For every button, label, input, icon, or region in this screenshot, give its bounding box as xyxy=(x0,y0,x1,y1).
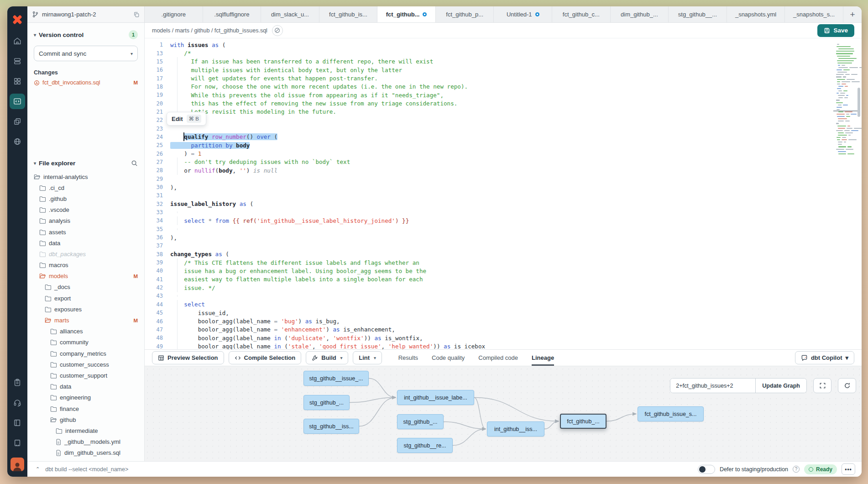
tab-untitled-1[interactable]: Untitled-1 xyxy=(494,6,552,22)
line-number[interactable]: 36 xyxy=(145,234,170,241)
file-explorer-header[interactable]: ▾ File explorer xyxy=(34,160,138,167)
tree-item-github[interactable]: github xyxy=(34,414,138,425)
code-line[interactable]: 45 issue_id, xyxy=(145,309,832,317)
new-tab-button[interactable]: + xyxy=(843,6,862,22)
code-line[interactable]: 42 issue. */ xyxy=(145,284,832,292)
copy-branch-icon[interactable] xyxy=(133,11,140,18)
line-number[interactable]: 38 xyxy=(145,251,170,258)
code-line[interactable]: 27 -- don't try deduping issues with no … xyxy=(145,158,832,166)
code-line[interactable]: 32issue_label_history as ( xyxy=(145,200,832,208)
globe-icon[interactable] xyxy=(10,134,25,149)
commit-and-sync-select[interactable]: Commit and sync ▾ xyxy=(34,46,138,61)
code-line[interactable]: 28 or nullif(body, '') is null xyxy=(145,166,832,174)
code-line[interactable]: 23 xyxy=(145,124,832,132)
line-number[interactable]: 23 xyxy=(145,126,170,132)
tree-item--ci-cd[interactable]: .ci_cd xyxy=(34,182,138,193)
grid-icon[interactable] xyxy=(10,74,25,89)
line-number[interactable]: 39 xyxy=(145,259,170,266)
home-icon[interactable] xyxy=(10,33,25,49)
changed-file-item[interactable]: fct_dbt_invocations.sqlM xyxy=(34,79,138,86)
code-line[interactable]: 37 xyxy=(145,242,832,250)
line-number[interactable]: 41 xyxy=(145,276,170,283)
fullscreen-button[interactable] xyxy=(813,378,831,393)
tree-item-engineering[interactable]: engineering xyxy=(34,392,138,403)
code-line[interactable]: 44 select xyxy=(145,300,832,309)
code-line[interactable]: 31 xyxy=(145,191,832,200)
code-line[interactable]: 21 Let's revisit this modeling in the fu… xyxy=(145,108,832,116)
refresh-graph-button[interactable] xyxy=(838,378,856,393)
lineage-node-stg-github-re-[interactable]: stg_github__re... xyxy=(397,438,453,453)
code-line[interactable]: 49 boolor_agg(label_name in ('stale', 'g… xyxy=(145,342,832,349)
tree-item-export[interactable]: export xyxy=(34,293,138,304)
tree-item-internal-analytics[interactable]: internal-analytics xyxy=(34,171,138,182)
search-icon[interactable] xyxy=(131,160,138,167)
line-number[interactable]: 32 xyxy=(145,201,170,207)
line-number[interactable]: 34 xyxy=(145,217,170,224)
tree-item--github-models-yml[interactable]: _github__models.yml xyxy=(34,437,138,447)
line-number[interactable]: 1 xyxy=(145,42,170,48)
minimap[interactable] xyxy=(835,42,855,156)
support-headset-icon[interactable] xyxy=(10,395,25,410)
ide-editor-icon[interactable] xyxy=(10,94,25,109)
code-line[interactable]: 13 /* xyxy=(145,49,832,57)
build-button[interactable]: Build ▾ xyxy=(306,351,348,364)
tree-item-analysis[interactable]: analysis xyxy=(34,216,138,226)
expand-command-bar-icon[interactable]: ⌃ xyxy=(36,466,40,472)
tree-item-customer-success[interactable]: customer_success xyxy=(34,359,138,370)
line-number[interactable]: 15 xyxy=(145,58,170,65)
tree-item-company-metrics[interactable]: company_metrics xyxy=(34,348,138,359)
tree-item-data[interactable]: data xyxy=(34,237,138,248)
tree-item-intermediate[interactable]: intermediate xyxy=(34,425,138,436)
compare-icon[interactable] xyxy=(10,114,25,129)
line-number[interactable]: 46 xyxy=(145,318,170,325)
tab-dim-github-[interactable]: dim_github_... xyxy=(611,6,669,22)
code-line[interactable]: 48 boolor_agg(label_name in ('duplicate'… xyxy=(145,334,832,342)
line-number[interactable]: 26 xyxy=(145,151,170,157)
line-number[interactable]: 33 xyxy=(145,209,170,216)
code-line[interactable]: 38change_types as ( xyxy=(145,250,832,258)
lineage-selector-input[interactable] xyxy=(670,379,755,393)
tab-stg-github-[interactable]: stg_github__... xyxy=(669,6,727,22)
tab-lineage[interactable]: Lineage xyxy=(532,350,554,366)
tree-item-macros[interactable]: macros xyxy=(34,260,138,271)
lineage-node-stg-github-[interactable]: stg_github_... xyxy=(397,414,444,429)
code-line[interactable]: 22 xyxy=(145,116,832,124)
line-number[interactable]: 42 xyxy=(145,284,170,291)
code-line[interactable]: 41 easiest way to flatten multiple label… xyxy=(145,275,832,284)
save-button[interactable]: Save xyxy=(817,24,854,37)
code-editor[interactable]: 1with issues as (13 /*15 If an issue has… xyxy=(145,38,862,349)
tab-code-quality[interactable]: Code quality xyxy=(432,350,465,366)
tab-fct-github-is-[interactable]: fct_github_is... xyxy=(319,6,378,22)
code-line[interactable]: 19 While this prevents the old issue fro… xyxy=(145,91,832,99)
lineage-node-fct-github-[interactable]: fct_github_... xyxy=(560,414,607,429)
jobs-icon[interactable] xyxy=(10,53,25,69)
code-line[interactable]: 29 xyxy=(145,175,832,183)
line-number[interactable]: 31 xyxy=(145,192,170,199)
lineage-node-stg-github-issue-[interactable]: stg_github__issue_... xyxy=(303,371,369,386)
line-number[interactable]: 35 xyxy=(145,226,170,232)
compile-selection-button[interactable]: Compile Selection xyxy=(229,351,302,364)
user-avatar[interactable] xyxy=(10,458,24,471)
tab-fct-github-[interactable]: fct_github... xyxy=(377,6,436,22)
tree-item--docs[interactable]: _docs xyxy=(34,282,138,293)
lineage-node-int-github-iss-[interactable]: int_github__iss... xyxy=(487,421,544,437)
defer-toggle[interactable] xyxy=(698,465,715,474)
code-line[interactable]: 33 xyxy=(145,208,832,216)
tab--sqlfluffignore[interactable]: .sqlfluffignore xyxy=(203,6,261,22)
line-number[interactable]: 49 xyxy=(145,343,170,349)
dbt-copilot-button[interactable]: dbt Copilot ▾ xyxy=(795,351,854,364)
code-line[interactable]: 15 If an issue has been transferred to a… xyxy=(145,58,832,66)
line-number[interactable]: 13 xyxy=(145,50,170,57)
version-control-header[interactable]: ▾ Version control 1 xyxy=(34,30,138,39)
line-number[interactable]: 18 xyxy=(145,84,170,90)
code-line[interactable]: 36), xyxy=(145,233,832,242)
code-line[interactable]: 47 boolor_agg(label_name = 'enhancement'… xyxy=(145,326,832,334)
tab-compiled-code[interactable]: Compiled code xyxy=(478,350,518,366)
line-number[interactable]: 25 xyxy=(145,142,170,148)
tree-item--vscode[interactable]: .vscode xyxy=(34,205,138,216)
line-number[interactable]: 29 xyxy=(145,176,170,182)
line-number[interactable]: 44 xyxy=(145,301,170,308)
line-number[interactable]: 28 xyxy=(145,167,170,174)
line-number[interactable]: 37 xyxy=(145,242,170,249)
org-icon[interactable] xyxy=(10,435,25,451)
